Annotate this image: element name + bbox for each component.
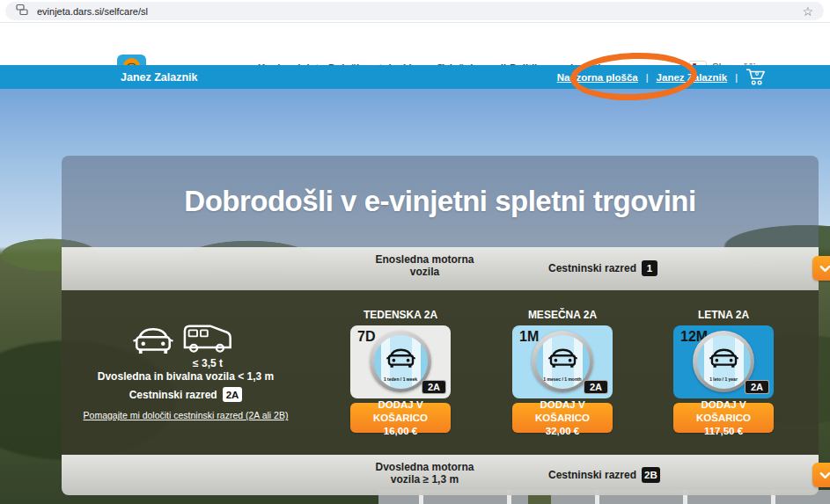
- toll-class-badge: 2B: [642, 467, 660, 483]
- expand-section-button[interactable]: [812, 463, 830, 487]
- toll-class-badge: 2A: [223, 387, 243, 402]
- class-badge: 2A: [584, 380, 608, 394]
- vehicle-type-label: Enosledna motornavozila: [361, 253, 488, 278]
- user-name: Janez Zalaznik: [121, 65, 198, 89]
- profile-link[interactable]: Janez Zalaznik: [657, 72, 728, 83]
- hero-panel: Dobrodošli v e-vinjetni spletni trgovini: [62, 156, 819, 247]
- duration-text: 1 mesec / 1 month: [536, 376, 590, 382]
- toll-class-badge: 1: [642, 260, 657, 276]
- section-class1-header: Enosledna motornavozila Cestninski razre…: [62, 247, 819, 290]
- user-bar: Janez Zalaznik Nadzorna plošča | Janez Z…: [0, 65, 830, 89]
- address-bar[interactable]: evinjeta.dars.si/selfcare/sl ☆: [5, 2, 824, 20]
- add-to-cart-button-weekly[interactable]: DODAJ V KOŠARICO16,00 €: [350, 403, 451, 433]
- toll-class-help-link[interactable]: Pomagajte mi določiti cestninski razred …: [76, 410, 296, 420]
- duration-code: 1M: [519, 329, 539, 345]
- expand-section-button[interactable]: [812, 256, 830, 281]
- toll-class-row: Cestninski razred 2B: [548, 467, 663, 483]
- url-text: evinjeta.dars.si/selfcare/sl: [37, 6, 802, 17]
- separator: |: [735, 72, 738, 83]
- product-title: MESEČNA 2A: [512, 309, 613, 321]
- class-badge: 2A: [745, 380, 769, 394]
- car-icon: [132, 324, 174, 361]
- toll-class-row: Cestninski razred 1: [548, 260, 663, 276]
- bookmark-star-icon[interactable]: ☆: [802, 5, 813, 18]
- site-header: E-VINJETA Kupi e-vinjeto Določi cestnins…: [0, 23, 830, 65]
- class-badge: 2A: [422, 380, 446, 394]
- weight-limit: ≤ 3,5 t: [183, 357, 232, 369]
- product-card-monthly: 1M 1 mesec / 1 month 2A: [512, 325, 613, 398]
- product-title: LETNA 2A: [673, 309, 774, 321]
- browser-toolbar: evinjeta.dars.si/selfcare/sl ☆: [0, 0, 830, 23]
- product-card-yearly: 12M 1 leto / 1 year 2A: [673, 325, 774, 398]
- dashboard-link[interactable]: Nadzorna plošča: [557, 72, 638, 83]
- vehicle-class-description: Dvosledna in bivalna vozila < 1,3 m: [84, 370, 287, 383]
- camper-icon: [181, 318, 232, 361]
- add-to-cart-button-yearly[interactable]: DODAJ V KOŠARICO117,50 €: [673, 403, 774, 433]
- price: 117,50 €: [704, 425, 743, 438]
- toll-class-2a-row: Cestninski razred 2A: [84, 387, 287, 402]
- section-class2b-header: Dvosledna motornavozila ≥ 1,3 m Cestnins…: [62, 455, 819, 495]
- duration-code: 7D: [357, 329, 375, 345]
- page-title: Dobrodošli v e-vinjetni spletni trgovini: [184, 185, 695, 218]
- cart-count: 0: [753, 70, 761, 77]
- price: 32,00 €: [546, 425, 579, 438]
- add-to-cart-button-monthly[interactable]: DODAJ V KOŠARICO32,00 €: [512, 403, 613, 433]
- cart-icon[interactable]: 0: [746, 68, 767, 86]
- duration-text: 1 leto / 1 year: [697, 376, 751, 382]
- price: 16,00 €: [384, 425, 417, 438]
- vehicle-type-label: Dvosledna motornavozila ≥ 1,3 m: [361, 461, 488, 486]
- tab-switcher-icon[interactable]: [16, 4, 28, 19]
- separator: |: [646, 72, 649, 83]
- product-card-weekly: 7D 1 teden / 1 week 2A: [350, 325, 451, 398]
- duration-text: 1 teden / 1 week: [374, 376, 428, 382]
- product-title: TEDENSKA 2A: [350, 309, 451, 321]
